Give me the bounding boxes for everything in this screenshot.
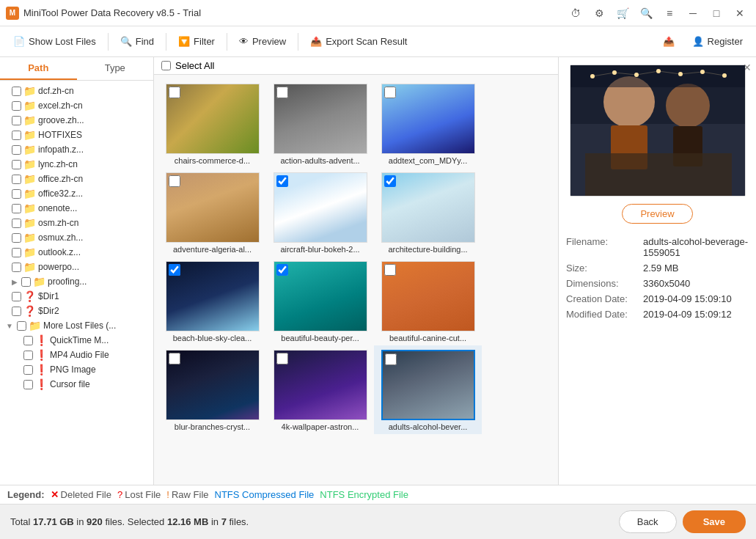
total-size: 17.71 GB bbox=[33, 516, 74, 527]
tree-checkbox[interactable] bbox=[12, 204, 21, 213]
tree-item[interactable]: 📁outlook.z... bbox=[0, 245, 153, 260]
file-name: 4k-wallpaper-astron... bbox=[282, 422, 359, 431]
file-checkbox[interactable] bbox=[276, 175, 288, 187]
file-checkbox[interactable] bbox=[169, 175, 180, 187]
tree-checkbox[interactable] bbox=[12, 131, 21, 140]
filter-button[interactable]: 🔽 Filter bbox=[171, 32, 222, 51]
tree-checkbox[interactable] bbox=[23, 351, 33, 360]
tree-label: osm.zh-cn bbox=[38, 218, 78, 228]
tree-item[interactable]: 📁groove.zh... bbox=[0, 113, 153, 128]
tree-item[interactable]: ❓$Dir1 bbox=[0, 289, 153, 304]
file-item[interactable]: adventure-algeria-al... bbox=[158, 168, 266, 257]
share-button[interactable]: 📤 bbox=[656, 32, 682, 51]
tree-checkbox[interactable] bbox=[21, 277, 31, 287]
tree-checkbox[interactable] bbox=[17, 321, 26, 331]
preview-button[interactable]: 👁 Preview bbox=[232, 32, 293, 51]
maximize-button[interactable]: □ bbox=[706, 3, 727, 23]
tree-checkbox[interactable] bbox=[12, 175, 21, 184]
tree-item[interactable]: ▶📁proofing... bbox=[0, 274, 153, 289]
file-checkbox[interactable] bbox=[384, 264, 396, 276]
file-checkbox[interactable] bbox=[169, 353, 180, 364]
file-checkbox[interactable] bbox=[276, 264, 288, 276]
tree-item[interactable]: 📁powerpo... bbox=[0, 260, 153, 274]
tree-checkbox[interactable] bbox=[12, 292, 21, 301]
file-item[interactable]: adults-alcohol-bever... bbox=[374, 345, 482, 434]
tab-type[interactable]: Type bbox=[77, 57, 154, 80]
tree-item[interactable]: 📁dcf.zh-cn bbox=[0, 84, 153, 98]
file-info: Filename: adults-alcohol-beverage-155905… bbox=[566, 234, 749, 322]
file-item[interactable]: blur-branches-cryst... bbox=[158, 345, 266, 434]
file-item[interactable]: beautiful-beauty-per... bbox=[266, 257, 374, 345]
tree-item[interactable]: 📁excel.zh-cn bbox=[0, 98, 153, 113]
close-button[interactable]: ✕ bbox=[730, 3, 750, 23]
select-all-checkbox[interactable] bbox=[161, 61, 171, 70]
tree-checkbox[interactable] bbox=[12, 263, 21, 272]
tree-item[interactable]: 📁osm.zh-cn bbox=[0, 216, 153, 230]
tree-item[interactable]: 📁HOTFIXES bbox=[0, 128, 153, 142]
tree-checkbox[interactable] bbox=[12, 219, 21, 228]
tree-item[interactable]: 📁lync.zh-cn bbox=[0, 157, 153, 172]
file-item[interactable]: action-adults-advent... bbox=[266, 79, 374, 168]
modified-label: Modified Date: bbox=[566, 309, 643, 320]
tree-item[interactable]: ▼📁More Lost Files (... bbox=[0, 318, 153, 333]
export-icon: 📤 bbox=[310, 36, 322, 47]
cart-icon[interactable]: 🛒 bbox=[612, 3, 633, 23]
settings-icon[interactable]: ⚙ bbox=[589, 3, 609, 23]
save-button[interactable]: Save bbox=[683, 510, 746, 533]
file-item[interactable]: 4k-wallpaper-astron... bbox=[266, 345, 374, 434]
tree-checkbox[interactable] bbox=[23, 365, 33, 375]
file-checkbox[interactable] bbox=[385, 353, 397, 365]
tree-item[interactable]: 📁osmux.zh... bbox=[0, 230, 153, 245]
file-checkbox[interactable] bbox=[276, 87, 288, 98]
file-item[interactable]: beautiful-canine-cut... bbox=[374, 257, 482, 345]
tree-item[interactable]: 📁office32.z... bbox=[0, 186, 153, 201]
tree-checkbox[interactable] bbox=[12, 101, 21, 111]
file-checkbox[interactable] bbox=[276, 353, 288, 364]
tree-checkbox[interactable] bbox=[12, 248, 21, 257]
tree-item[interactable]: 📁onenote... bbox=[0, 201, 153, 216]
file-item[interactable]: aircraft-blur-bokeh-2... bbox=[266, 168, 374, 257]
file-item[interactable]: addtext_com_MDYy... bbox=[374, 79, 482, 168]
search-icon[interactable]: 🔍 bbox=[636, 3, 656, 23]
minimize-button[interactable]: ─ bbox=[683, 3, 703, 23]
tree-checkbox[interactable] bbox=[23, 336, 33, 345]
file-checkbox[interactable] bbox=[384, 175, 396, 187]
file-checkbox[interactable] bbox=[384, 87, 396, 98]
preview-action-button[interactable]: Preview bbox=[622, 204, 692, 224]
export-scan-result-button[interactable]: 📤 Export Scan Result bbox=[303, 32, 414, 51]
title-bar: M MiniTool Power Data Recovery v8.5 - Tr… bbox=[0, 0, 756, 26]
tree-checkbox[interactable] bbox=[12, 160, 21, 169]
status-part2: in bbox=[74, 516, 87, 527]
tree-label: proofing... bbox=[48, 276, 87, 287]
file-item[interactable]: chairs-commerce-d... bbox=[158, 79, 266, 168]
status-part4: in bbox=[208, 516, 221, 527]
tree-checkbox[interactable] bbox=[12, 145, 21, 155]
tree-checkbox[interactable] bbox=[12, 307, 21, 316]
tree-item[interactable]: ❗MP4 Audio File bbox=[0, 348, 153, 362]
register-icon: 👤 bbox=[692, 36, 704, 47]
file-item[interactable]: beach-blue-sky-clea... bbox=[158, 257, 266, 345]
timer-icon[interactable]: ⏱ bbox=[565, 3, 586, 23]
show-lost-files-button[interactable]: 📄 Show Lost Files bbox=[6, 32, 103, 51]
size-label: Size: bbox=[566, 263, 643, 274]
register-button[interactable]: 👤 Register bbox=[685, 32, 750, 51]
tree-item[interactable]: ❗QuickTime M... bbox=[0, 333, 153, 348]
tree-checkbox[interactable] bbox=[12, 189, 21, 199]
menu-icon[interactable]: ≡ bbox=[659, 3, 680, 23]
file-checkbox[interactable] bbox=[169, 87, 180, 98]
tree-item[interactable]: 📁office.zh-cn bbox=[0, 172, 153, 186]
tree-item[interactable]: 📁infopath.z... bbox=[0, 142, 153, 157]
size-value: 2.59 MB bbox=[643, 263, 749, 274]
file-checkbox[interactable] bbox=[169, 264, 180, 276]
tree-item[interactable]: ❗Cursor file bbox=[0, 377, 153, 392]
tree-checkbox[interactable] bbox=[12, 116, 21, 125]
tree-checkbox[interactable] bbox=[12, 87, 21, 96]
tree-item[interactable]: ❗PNG Image bbox=[0, 362, 153, 377]
tree-item[interactable]: ❓$Dir2 bbox=[0, 304, 153, 318]
tab-path[interactable]: Path bbox=[0, 57, 77, 80]
tree-checkbox[interactable] bbox=[23, 380, 33, 389]
tree-checkbox[interactable] bbox=[12, 233, 21, 243]
find-button[interactable]: 🔍 Find bbox=[113, 32, 161, 51]
back-button[interactable]: Back bbox=[619, 510, 677, 533]
file-item[interactable]: architecture-building... bbox=[374, 168, 482, 257]
